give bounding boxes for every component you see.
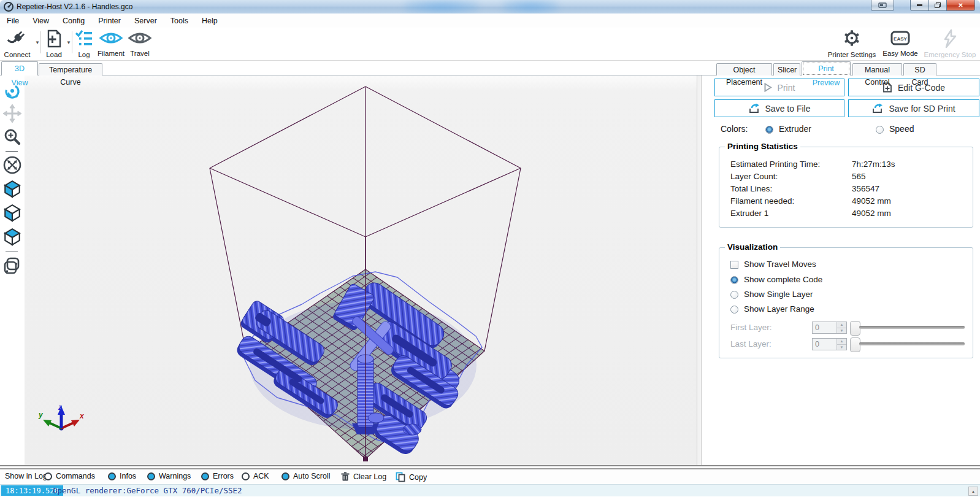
stat-label: Filament needed: — [730, 196, 794, 206]
stat-label: Total Lines: — [730, 184, 772, 193]
axis-indicator: y x z — [38, 403, 85, 431]
spinner-arrows[interactable]: ▲▼ — [836, 322, 846, 333]
title-bar: Repetier-Host V2.1.6 - Handles.gco ✕ — [0, 0, 980, 14]
log-toolbar: Show in Log: Commands Infos Warnings Err… — [0, 469, 980, 484]
3d-scene: y x z — [25, 75, 697, 465]
show-complete-code-radio[interactable]: Show complete Code — [730, 275, 822, 285]
connect-button[interactable]: Connect — [1, 29, 33, 58]
last-layer-slider-track[interactable] — [859, 342, 965, 345]
maximize-button[interactable] — [929, 0, 946, 11]
log-toggle-autoscroll[interactable]: Auto Scroll — [281, 472, 330, 480]
3d-viewport[interactable]: y x z — [25, 75, 697, 465]
radio-selected — [730, 276, 738, 284]
parallel-projection-button[interactable] — [2, 256, 22, 275]
printer-settings-button[interactable]: Printer Settings — [825, 29, 879, 58]
tab-manual-control[interactable]: Manual Control — [852, 63, 902, 75]
trash-icon — [341, 472, 350, 482]
menu-printer[interactable]: Printer — [91, 17, 128, 25]
load-dropdown-caret[interactable]: ▼ — [66, 40, 71, 45]
clear-log-button[interactable]: Clear Log — [341, 472, 386, 482]
group-title: Printing Statistics — [725, 142, 800, 151]
log-splitter[interactable] — [0, 465, 980, 469]
close-button[interactable]: ✕ — [946, 0, 975, 11]
log-toggle-button[interactable]: Log — [73, 29, 95, 58]
move-view-button[interactable] — [2, 104, 22, 123]
stat-value: 49052 mm — [852, 196, 891, 206]
last-layer-label: Last Layer: — [730, 339, 771, 349]
print-preview-panel: Print Edit G-Code Save to File Save for … — [702, 75, 980, 465]
tab-object-placement[interactable]: Object Placement — [716, 63, 772, 75]
tab-3d-view[interactable]: 3D View — [1, 61, 38, 75]
svg-text:x: x — [79, 412, 85, 420]
first-layer-spinner[interactable]: 0 ▲▼ — [812, 322, 847, 334]
main-toolbar: Connect ▼ Load ▼ Log — [0, 28, 980, 61]
spinner-arrows[interactable]: ▲▼ — [836, 339, 846, 350]
fit-printer-button[interactable] — [2, 155, 22, 175]
top-view-button[interactable] — [2, 227, 22, 247]
log-toggle-warnings[interactable]: Warnings — [147, 472, 191, 480]
zoom-view-button[interactable] — [2, 127, 22, 147]
easy-mode-button[interactable]: EASY Easy Mode — [879, 29, 922, 57]
show-layer-range-radio[interactable]: Show Layer Range — [730, 304, 814, 314]
export-icon — [749, 104, 760, 114]
show-travel-moves-checkbox[interactable]: Show Travel Moves — [730, 260, 816, 269]
copy-button[interactable]: Copy — [396, 472, 427, 482]
travel-toggle-button[interactable]: Travel — [126, 29, 153, 57]
menu-tools[interactable]: Tools — [164, 17, 195, 25]
fit-view-icon — [2, 155, 22, 175]
panel-splitter[interactable] — [697, 75, 702, 465]
menu-help[interactable]: Help — [195, 17, 224, 25]
status-bar: 18:13:19.528 OpenGL renderer:GeForce GTX… — [0, 484, 980, 496]
front-view-button[interactable] — [2, 203, 22, 223]
color-extruder-radio[interactable]: Extruder — [765, 124, 811, 134]
led-off-icon — [44, 472, 52, 480]
menu-file[interactable]: File — [0, 17, 26, 25]
tab-print-preview[interactable]: Print Preview — [802, 61, 851, 75]
svg-text:z: z — [58, 403, 62, 412]
aero-glass-highlight — [503, 0, 558, 13]
show-single-layer-radio[interactable]: Show Single Layer — [730, 290, 813, 299]
isometric-view-button[interactable] — [2, 179, 22, 199]
language-button[interactable] — [871, 0, 894, 11]
log-toggle-errors[interactable]: Errors — [201, 472, 234, 480]
log-toggle-commands[interactable]: Commands — [44, 472, 95, 480]
filament-toggle-button[interactable]: Filament — [96, 29, 126, 57]
save-for-sd-button[interactable]: Save for SD Print — [848, 99, 979, 117]
log-message: OpenGL renderer:GeForce GTX 760/PCIe/SSE… — [53, 486, 242, 495]
window-title: Repetier-Host V2.1.6 - Handles.gco — [17, 2, 132, 11]
load-button[interactable]: Load — [43, 29, 65, 58]
first-layer-label: First Layer: — [730, 323, 772, 332]
first-layer-slider-track[interactable] — [859, 326, 965, 329]
radio-selected — [765, 126, 773, 134]
log-toggle-infos[interactable]: Infos — [108, 472, 136, 480]
show-in-log-label: Show in Log: — [5, 472, 49, 480]
led-on-icon — [108, 472, 116, 480]
front-cube-icon — [2, 203, 22, 223]
stat-label: Layer Count: — [730, 172, 778, 181]
tab-temperature-curve[interactable]: Temperature Curve — [39, 63, 102, 75]
stat-value: 7h:27m:13s — [852, 160, 895, 169]
strip-separator — [6, 252, 18, 252]
export-icon — [872, 104, 883, 114]
magnifier-plus-icon — [3, 128, 21, 146]
menu-view[interactable]: View — [26, 17, 56, 25]
spin-up-icon: ▲ — [837, 322, 846, 328]
play-icon — [764, 83, 772, 92]
aero-glass-highlight — [405, 0, 478, 13]
tab-sd-card[interactable]: SD Card — [903, 63, 936, 75]
group-title: Visualization — [725, 242, 780, 252]
scroll-up-button[interactable]: ▲ — [968, 487, 978, 496]
menu-server[interactable]: Server — [128, 17, 164, 25]
menu-config[interactable]: Config — [56, 17, 91, 25]
tab-slicer[interactable]: Slicer — [773, 63, 800, 75]
color-speed-radio[interactable]: Speed — [876, 124, 914, 134]
minimize-button[interactable] — [910, 0, 929, 11]
save-to-file-button[interactable]: Save to File — [714, 99, 844, 117]
tab-focus-outline — [803, 63, 849, 74]
log-toggle-ack[interactable]: ACK — [242, 472, 269, 480]
copy-icon — [396, 472, 405, 482]
gcode-model — [234, 272, 482, 458]
last-layer-spinner[interactable]: 0 ▲▼ — [812, 338, 847, 350]
radio-unselected — [730, 306, 738, 314]
connect-dropdown-caret[interactable]: ▼ — [35, 40, 40, 45]
